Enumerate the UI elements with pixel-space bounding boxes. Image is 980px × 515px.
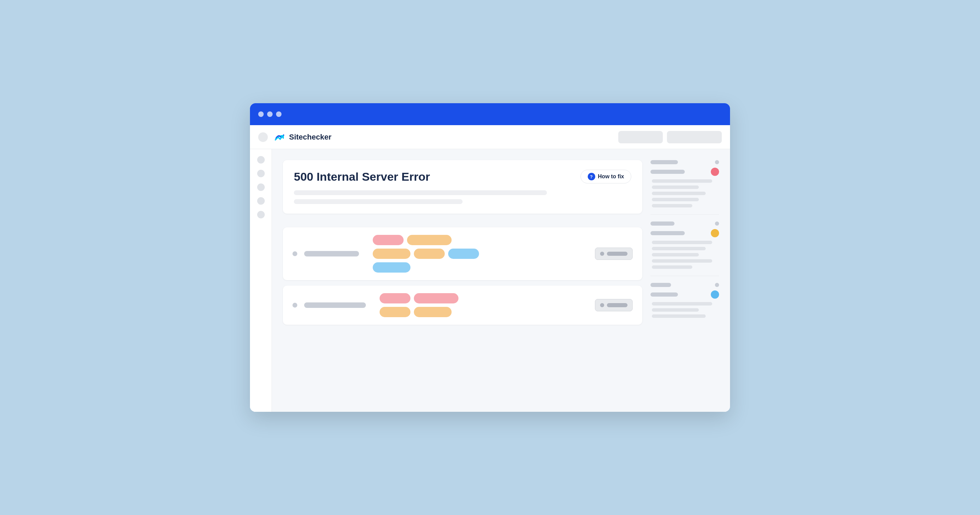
right-sublines-1 (651, 179, 719, 207)
toolbar-btn-1[interactable] (618, 131, 663, 143)
sidebar-item-3[interactable] (257, 183, 265, 191)
sidebar-item-5[interactable] (257, 211, 265, 218)
browser-main: 500 Internal Server Error ? How to fix (250, 149, 730, 412)
tag-orange-5 (414, 307, 452, 317)
skeleton-line-1 (294, 190, 547, 195)
browser-window: Sitechecker (250, 103, 730, 412)
right-label-1-2 (651, 170, 685, 174)
right-section-3 (651, 283, 719, 318)
right-sublines-3 (651, 302, 719, 318)
sidebar-item-2[interactable] (257, 170, 265, 177)
card-header: 500 Internal Server Error ? How to fix (294, 170, 631, 183)
toolbar-buttons (618, 131, 722, 143)
row1-tags-line2 (373, 249, 588, 259)
row1-tags (373, 235, 588, 273)
sub-line-2-2 (652, 247, 706, 250)
sub-line-1-4 (652, 198, 699, 201)
data-row-2 (283, 286, 642, 325)
tag-pink-2 (380, 293, 410, 304)
sub-line-2-1 (652, 241, 712, 244)
traffic-light-3 (276, 111, 282, 117)
sub-line-3-1 (652, 302, 712, 305)
traffic-lights (258, 111, 282, 117)
header-card: 500 Internal Server Error ? How to fix (283, 160, 642, 214)
how-to-fix-icon: ? (588, 173, 595, 180)
right-section-1 (651, 160, 719, 207)
right-label-2-2 (651, 231, 685, 235)
right-label-3-1 (651, 283, 671, 287)
browser-titlebar (250, 103, 730, 125)
toolbar-btn-2[interactable] (667, 131, 722, 143)
row2-tags (380, 293, 588, 317)
action-btn-dot-1 (600, 252, 604, 256)
sidebar-item-1[interactable] (257, 156, 265, 164)
sub-line-2-5 (652, 265, 692, 269)
sub-line-1-3 (652, 192, 706, 195)
right-label-1-1 (651, 160, 678, 164)
page-title: 500 Internal Server Error (294, 170, 430, 183)
right-row-1-1 (651, 160, 719, 164)
row1-label (304, 251, 359, 256)
action-btn-line-1 (607, 252, 627, 256)
sub-line-2-3 (652, 253, 699, 256)
tag-orange-2 (373, 249, 410, 259)
tag-orange-4 (380, 307, 410, 317)
logo-text: Sitechecker (289, 133, 332, 141)
right-label-3-2 (651, 292, 678, 297)
right-badge-orange (711, 229, 719, 237)
how-to-fix-label: How to fix (598, 173, 624, 180)
right-row-3-1 (651, 283, 719, 287)
right-sublines-2 (651, 241, 719, 269)
right-panel (651, 160, 719, 401)
traffic-light-1 (258, 111, 264, 117)
row1-action-btn[interactable] (595, 248, 633, 260)
divider-2 (651, 276, 719, 276)
row1-bullet (293, 251, 297, 256)
right-dot-2-1 (715, 221, 719, 226)
right-badge-blue (711, 291, 719, 299)
sidebar (250, 149, 272, 412)
right-dot-1-1 (715, 160, 719, 164)
spacer-1 (283, 219, 642, 222)
tag-orange-1 (407, 235, 452, 245)
sub-line-1-1 (652, 179, 712, 183)
divider-1 (651, 214, 719, 215)
sub-line-1-5 (652, 204, 692, 207)
row2-bullet (293, 303, 297, 308)
main-content: 500 Internal Server Error ? How to fix (272, 149, 730, 412)
browser-toolbar: Sitechecker (250, 125, 730, 149)
skeleton-line-2 (294, 199, 463, 204)
sub-line-2-4 (652, 259, 712, 263)
right-badge-red (711, 168, 719, 176)
tag-blue-2 (373, 262, 410, 273)
right-row-2-2 (651, 229, 719, 237)
row1-tags-line3 (373, 262, 588, 273)
sub-line-3-2 (652, 308, 699, 312)
action-btn-line-2 (607, 303, 627, 307)
tag-pink-3 (414, 293, 458, 304)
row1-tags-line1 (373, 235, 588, 245)
right-row-2-1 (651, 221, 719, 226)
row2-label (304, 302, 366, 308)
sub-line-1-2 (652, 186, 699, 189)
tag-blue-1 (448, 249, 479, 259)
row2-tags-line1 (380, 293, 588, 304)
sidebar-item-4[interactable] (257, 197, 265, 205)
toolbar-back-circle (258, 132, 268, 142)
sub-line-3-3 (652, 315, 706, 318)
right-row-3-2 (651, 291, 719, 299)
action-btn-dot-2 (600, 303, 604, 307)
right-section-2 (651, 221, 719, 269)
right-dot-3-1 (715, 283, 719, 287)
right-row-1-2 (651, 168, 719, 176)
content-area: 500 Internal Server Error ? How to fix (283, 160, 642, 401)
how-to-fix-button[interactable]: ? How to fix (581, 170, 631, 183)
row2-action-btn[interactable] (595, 299, 633, 312)
description-skeleton (294, 190, 631, 204)
tag-pink-1 (373, 235, 404, 245)
row2-tags-line2 (380, 307, 588, 317)
traffic-light-2 (267, 111, 273, 117)
data-row-1 (283, 227, 642, 280)
browser-content: Sitechecker (250, 125, 730, 412)
toolbar-logo: Sitechecker (273, 131, 613, 143)
